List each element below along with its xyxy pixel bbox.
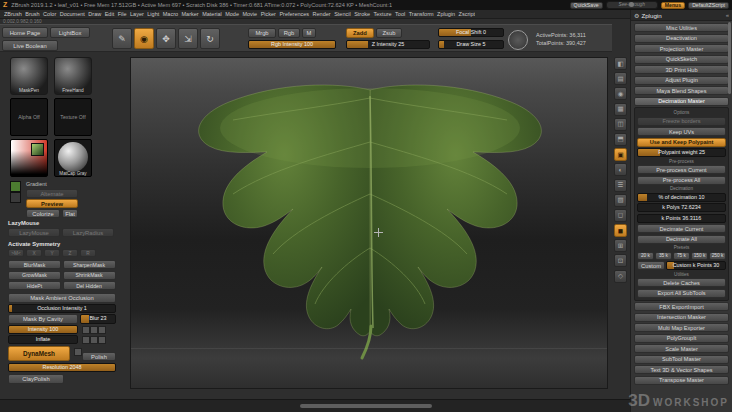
menu-item[interactable]: ZBrush — [4, 11, 22, 17]
menu-item[interactable]: Color — [43, 11, 56, 17]
shelf-icon[interactable]: ◫ — [614, 118, 627, 131]
dynamesh-option-box[interactable] — [74, 348, 82, 356]
decimate-all-button[interactable]: Decimate All — [637, 235, 726, 244]
stepper-box-1[interactable] — [82, 326, 90, 334]
preset-button[interactable]: 250 k — [709, 252, 726, 260]
shelf-icon[interactable]: ◐ — [614, 163, 627, 176]
symmetry-axis-button[interactable]: R — [80, 249, 96, 257]
alpha-selector[interactable]: Alpha Off — [10, 98, 48, 136]
menu-item[interactable]: Material — [202, 11, 222, 17]
zplugin-item[interactable]: Projection Master — [634, 44, 729, 53]
preset-button[interactable]: 150 k — [691, 252, 708, 260]
mode-tool-button[interactable]: ◉ — [134, 28, 154, 49]
shelf-icon[interactable]: ▨ — [614, 194, 627, 207]
mask-action-button[interactable]: SharpenMask — [63, 260, 116, 269]
zplugin-item[interactable]: Multi Map Exporter — [634, 323, 729, 332]
lightbox-button[interactable]: LightBox — [50, 27, 90, 38]
mrgb-button[interactable]: Mrgb — [248, 28, 276, 38]
zplugin-item[interactable]: PolyGroupIt — [634, 334, 729, 343]
rgb-button[interactable]: Rgb — [278, 28, 300, 38]
zplugin-item[interactable]: 3D Print Hub — [634, 65, 729, 74]
mode-tool-button[interactable]: ✎ — [112, 28, 132, 49]
focal-shift-slider[interactable]: Focal Shift 0 — [438, 28, 504, 37]
menu-item[interactable]: Stencil — [334, 11, 351, 17]
delete-caches-button[interactable]: Delete Caches — [637, 278, 726, 287]
polish-button[interactable]: Polish — [82, 352, 116, 361]
cavity-blur-slider[interactable]: Blur 23 — [80, 314, 116, 324]
shelf-icon[interactable]: ⊡ — [614, 254, 627, 267]
brush-selector[interactable]: MaskPen — [10, 57, 48, 95]
zplugin-item[interactable]: SubTool Master — [634, 355, 729, 364]
main-color-swatch[interactable] — [10, 181, 21, 192]
mode-tool-button[interactable]: ⇲ — [178, 28, 198, 49]
menu-item[interactable]: Stroke — [354, 11, 370, 17]
claypolish-button[interactable]: ClayPolish — [8, 374, 64, 384]
zsub-button[interactable]: Zsub — [376, 28, 402, 38]
mode-tool-button[interactable]: ✥ — [156, 28, 176, 49]
menu-item[interactable]: Render — [313, 11, 331, 17]
tray-scrollbar[interactable] — [728, 22, 731, 94]
symmetry-axis-button[interactable]: Z — [62, 249, 78, 257]
menu-item[interactable]: Marker — [182, 11, 199, 17]
cavity-intensity-slider[interactable]: Intensity 100 — [8, 325, 78, 334]
export-all-subtools-button[interactable]: Export All SubTools — [637, 289, 726, 298]
shelf-icon[interactable]: ▣ — [614, 148, 627, 161]
quicksave-button[interactable]: QuickSave — [570, 2, 603, 9]
menu-item[interactable]: Texture — [374, 11, 392, 17]
shelf-icon[interactable]: ◧ — [614, 57, 627, 70]
zadd-button[interactable]: Zadd — [346, 28, 374, 38]
percent-decimation-slider[interactable]: % of decimation 10 — [637, 193, 726, 202]
occlusion-intensity-slider[interactable]: Occlusion Intensity 1 — [8, 304, 116, 313]
symmetry-axis-button[interactable]: X — [26, 249, 42, 257]
polypaint-weight-slider[interactable]: Polypaint weight 25 — [637, 148, 726, 157]
zplugin-item[interactable]: FBX ExportImport — [634, 302, 729, 311]
shelf-icon[interactable]: ◇ — [614, 270, 627, 283]
shelf-icon[interactable]: ◼ — [614, 224, 627, 237]
texture-selector[interactable]: Texture Off — [54, 98, 92, 136]
zplugin-item[interactable]: Text 3D & Vector Shapes — [634, 365, 729, 374]
shelf-icon[interactable]: ◻ — [614, 209, 627, 222]
custom-button[interactable]: Custom — [637, 261, 665, 270]
mask-ambient-occlusion-button[interactable]: Mask Ambient Occlusion — [8, 293, 116, 303]
stepper-box-2[interactable] — [90, 326, 98, 334]
material-selector[interactable]: MatCap Gray — [54, 139, 92, 177]
zplugin-item[interactable]: Deactivation — [634, 34, 729, 43]
menu-item[interactable]: Movie — [242, 11, 257, 17]
resolution-slider[interactable]: Resolution 2048 — [8, 363, 116, 372]
lazymouse-button[interactable]: LazyRadius — [62, 228, 114, 237]
m-button[interactable]: M — [302, 28, 316, 38]
preset-button[interactable]: 35 k — [655, 252, 672, 260]
draw-size-slider[interactable]: Draw Size 5 — [438, 40, 504, 49]
shelf-icon[interactable]: ⊞ — [614, 239, 627, 252]
keep-uvs-button[interactable]: Keep UVs — [637, 127, 726, 136]
menu-item[interactable]: File — [118, 11, 127, 17]
mask-action-button[interactable]: BlurMask — [8, 260, 61, 269]
inflate-slider[interactable]: Inflate — [8, 335, 78, 344]
alternate-button[interactable]: Alternate — [26, 189, 78, 198]
zplugin-item[interactable]: Adjust Plugin — [634, 76, 729, 85]
horizontal-scrollbar[interactable] — [300, 404, 432, 408]
preset-button[interactable]: 75 k — [673, 252, 690, 260]
menu-item[interactable]: Zplugin — [437, 11, 455, 17]
zplugin-item[interactable]: Scale Master — [634, 344, 729, 353]
color-swatch-current[interactable] — [31, 143, 44, 156]
stepper-box-3[interactable] — [98, 326, 106, 334]
menu-item[interactable]: Mode — [225, 11, 239, 17]
shelf-icon[interactable]: ◉ — [614, 87, 627, 100]
preprocess-all-button[interactable]: Pre-process All — [637, 176, 726, 185]
k-points-slider[interactable]: k Points 36.3116 — [637, 214, 726, 223]
z-intensity-slider[interactable]: Z Intensity 25 — [346, 40, 430, 49]
mode-tool-button[interactable]: ↻ — [200, 28, 220, 49]
menu-item[interactable]: Document — [60, 11, 85, 17]
shelf-icon[interactable]: ▦ — [614, 103, 627, 116]
shelf-icon[interactable]: ▤ — [614, 72, 627, 85]
menu-item[interactable]: Light — [147, 11, 159, 17]
inflate-box-2[interactable] — [90, 336, 98, 344]
document-canvas[interactable] — [130, 57, 608, 389]
decimate-current-button[interactable]: Decimate Current — [637, 224, 726, 233]
inflate-box-1[interactable] — [82, 336, 90, 344]
shelf-icon[interactable]: ☰ — [614, 179, 627, 192]
live-boolean-button[interactable]: Live Boolean — [2, 40, 58, 51]
color-picker[interactable] — [10, 139, 48, 177]
mask-action-button[interactable]: HidePt — [8, 281, 61, 290]
